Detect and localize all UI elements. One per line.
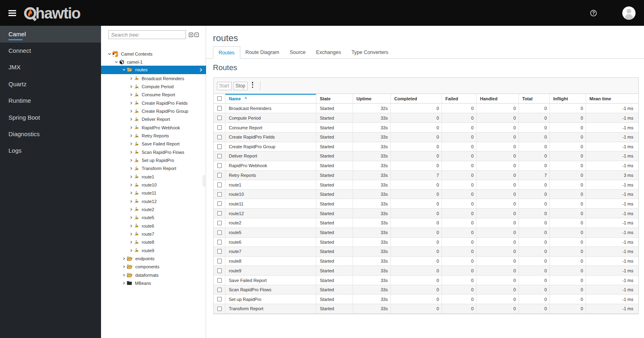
svg-text:?: ?: [592, 10, 595, 15]
